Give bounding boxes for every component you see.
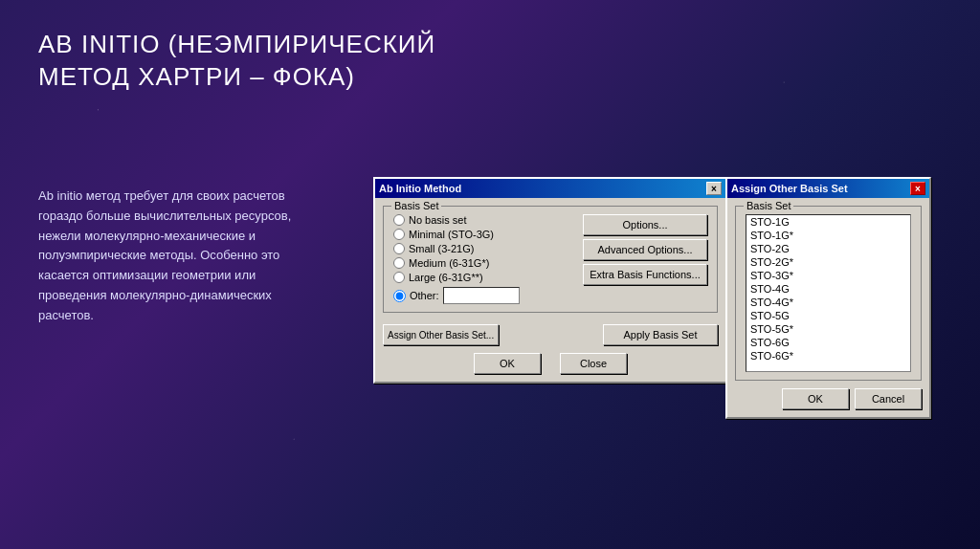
other-label: Other: <box>410 290 439 301</box>
radio-large-label: Large (6-31G**) <box>409 272 483 283</box>
radio-small-input[interactable] <box>393 243 405 254</box>
dialogs-area: Ab Initio Method × Basis Set No basis se… <box>373 177 931 419</box>
buttons-col: Options... Advanced Options... Extra Bas… <box>583 214 707 304</box>
list-item[interactable]: STO-6G <box>746 336 910 349</box>
ab-initio-body: Basis Set No basis set Minimal (STO-3G) <box>375 198 725 382</box>
assign-basis-label: Basis Set <box>744 200 793 211</box>
radio-medium-input[interactable] <box>393 257 405 269</box>
basis-set-group: Basis Set No basis set Minimal (STO-3G) <box>383 206 718 313</box>
assign-dialog: Assign Other Basis Set × Basis Set STO-1… <box>725 177 931 419</box>
assign-basis-group: Basis Set STO-1G STO-1G* STO-2G STO-2G* … <box>735 206 922 381</box>
radio-medium: Medium (6-31G*) <box>393 257 575 269</box>
options-button[interactable]: Options... <box>583 214 707 235</box>
ok-button[interactable]: OK <box>474 353 541 374</box>
radio-no-basis: No basis set <box>393 214 575 226</box>
page-title: AB INITIO (НЕЭМПИРИЧЕСКИЙ МЕТОД ХАРТРИ –… <box>38 29 517 94</box>
basis-set-group-label: Basis Set <box>391 200 441 211</box>
radio-no-basis-input[interactable] <box>393 214 405 226</box>
list-item[interactable]: STO-4G* <box>746 296 910 309</box>
list-item[interactable]: STO-5G <box>746 309 910 322</box>
radio-small-label: Small (3-21G) <box>409 243 474 254</box>
list-item[interactable]: STO-5G* <box>746 322 910 336</box>
other-row: Other: <box>393 287 575 304</box>
list-item[interactable]: STO-2G* <box>746 255 910 269</box>
list-item[interactable]: STO-2G <box>746 242 910 255</box>
assign-body: Basis Set STO-1G STO-1G* STO-2G STO-2G* … <box>727 198 929 417</box>
list-item[interactable]: STO-6G* <box>746 349 910 362</box>
assign-other-basis-button[interactable]: Assign Other Basis Set... <box>383 324 499 345</box>
radio-large-input[interactable] <box>393 272 405 283</box>
radio-no-basis-label: No basis set <box>409 214 467 226</box>
assign-close-button[interactable]: × <box>910 182 925 195</box>
assign-titlebar[interactable]: Assign Other Basis Set × <box>727 179 929 198</box>
bottom-row-left: Assign Other Basis Set... <box>383 324 499 345</box>
body-text: Ab initio метод требует для своих расчет… <box>38 187 306 326</box>
center-buttons: OK Close <box>383 353 718 374</box>
list-item[interactable]: STO-1G* <box>746 229 910 242</box>
advanced-options-button[interactable]: Advanced Options... <box>583 239 707 260</box>
assign-ok-cancel: OK Cancel <box>735 388 922 409</box>
list-item[interactable]: STO-1G <box>746 215 910 229</box>
list-item[interactable]: STO-4G <box>746 282 910 296</box>
radio-small: Small (3-21G) <box>393 243 575 254</box>
ab-initio-titlebar[interactable]: Ab Initio Method × <box>375 179 725 198</box>
radio-minimal: Minimal (STO-3G) <box>393 229 575 240</box>
list-item[interactable]: STO-3G* <box>746 269 910 282</box>
assign-title: Assign Other Basis Set <box>731 183 910 194</box>
basis-set-listbox[interactable]: STO-1G STO-1G* STO-2G STO-2G* STO-3G* ST… <box>746 214 911 372</box>
radio-minimal-input[interactable] <box>393 229 405 240</box>
apply-basis-button[interactable]: Apply Basis Set <box>603 324 718 345</box>
scrollbar-area: STO-1G STO-1G* STO-2G STO-2G* STO-3G* ST… <box>746 214 911 372</box>
extra-basis-button[interactable]: Extra Basis Functions... <box>583 264 707 285</box>
ab-initio-title: Ab Initio Method <box>379 183 706 194</box>
basis-set-area: No basis set Minimal (STO-3G) Small (3-2… <box>393 214 707 304</box>
ab-initio-dialog: Ab Initio Method × Basis Set No basis se… <box>373 177 727 384</box>
close-dialog-button[interactable]: Close <box>560 353 627 374</box>
radio-list: No basis set Minimal (STO-3G) Small (3-2… <box>393 214 575 304</box>
radio-minimal-label: Minimal (STO-3G) <box>409 229 494 240</box>
assign-cancel-button[interactable]: Cancel <box>855 388 922 409</box>
radio-medium-label: Medium (6-31G*) <box>409 257 489 269</box>
assign-ok-button[interactable]: OK <box>782 388 849 409</box>
radio-large: Large (6-31G**) <box>393 272 575 283</box>
page-container: AB INITIO (НЕЭМПИРИЧЕСКИЙ МЕТОД ХАРТРИ –… <box>0 0 980 549</box>
radio-other-input[interactable] <box>393 290 406 302</box>
bottom-row: Assign Other Basis Set... Apply Basis Se… <box>383 320 718 345</box>
other-text-input[interactable] <box>443 287 520 304</box>
ab-initio-close-button[interactable]: × <box>706 182 722 195</box>
